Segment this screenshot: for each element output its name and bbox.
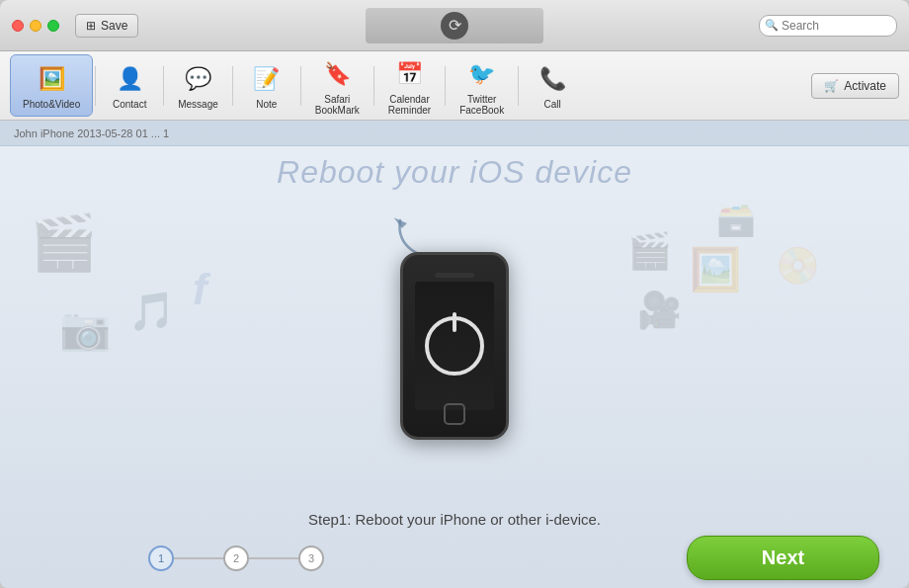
close-button[interactable]	[12, 20, 24, 32]
tab-divider-3	[232, 66, 233, 106]
tab-photo-video-label: Photo&Video	[23, 99, 80, 110]
tab-calendar-reminder-label: Calendar Reminder	[388, 94, 431, 116]
tab-note[interactable]: 📝 Note	[235, 55, 298, 116]
tab-contact-label: Contact	[113, 99, 146, 110]
tab-note-label: Note	[256, 99, 277, 110]
tab-safari-bookmark-label: Safari BookMark	[315, 94, 360, 116]
calendar-reminder-icon: 📅	[391, 56, 427, 92]
breadcrumb-text: John iPhone 2013-05-28 01 ... 1	[14, 127, 169, 139]
phone-area: 🎬 🎵 📷 f 🎬 🗃️ 🖼️ 📀 🎥	[0, 191, 909, 501]
safari-bookmark-icon: 🔖	[319, 56, 355, 92]
step-instruction: Step1: Reboot your iPhone or other i-dev…	[308, 511, 601, 528]
next-button[interactable]: Next	[687, 536, 879, 580]
maximize-button[interactable]	[47, 20, 59, 32]
music-bg-icon: 🎵	[128, 290, 175, 333]
save-button[interactable]: ⊞ Save	[75, 14, 138, 38]
save-label: Save	[101, 19, 127, 33]
power-icon	[425, 316, 484, 376]
message-icon: 💬	[180, 61, 215, 97]
tab-divider-6	[445, 66, 446, 106]
toolbar-tabs: 🖼️ Photo&Video 👤 Contact 💬 Message 📝 Not…	[10, 50, 584, 122]
phone-home-button	[444, 403, 465, 425]
facebook-bg-icon: f	[193, 265, 207, 314]
note-icon: 📝	[249, 61, 285, 97]
titlebar: ⊞ Save ⟳ 🔍	[0, 0, 909, 51]
tab-divider-2	[163, 66, 164, 106]
main-content: John iPhone 2013-05-28 01 ... 1 Reboot y…	[0, 121, 909, 588]
photo-video-icon: 🖼️	[34, 61, 69, 97]
step-3-circle: 3	[298, 546, 324, 571]
tab-photo-video[interactable]: 🖼️ Photo&Video	[10, 54, 93, 117]
toolbar: 🖼️ Photo&Video 👤 Contact 💬 Message 📝 Not…	[0, 51, 909, 121]
search-input[interactable]	[759, 15, 897, 37]
activate-icon: 🛒	[824, 79, 839, 93]
app-logo: ⟳	[366, 8, 543, 43]
phone-speaker	[435, 273, 474, 278]
step-line-2	[249, 557, 298, 559]
tab-message[interactable]: 💬 Message	[166, 55, 230, 116]
search-wrapper: 🔍	[759, 15, 897, 37]
jpeg-bg-icon: 🗃️	[716, 201, 756, 238]
contact-icon: 👤	[112, 61, 147, 97]
photo-bg-icon: 📷	[59, 304, 111, 353]
tab-call-label: Call	[544, 99, 561, 110]
tab-twitter-facebook-label: Twitter FaceBook	[459, 94, 504, 116]
phone-device	[400, 252, 509, 440]
tab-message-label: Message	[178, 99, 218, 110]
tab-contact[interactable]: 👤 Contact	[98, 55, 161, 116]
tab-divider-1	[95, 66, 96, 106]
twitter-facebook-icon: 🐦	[464, 56, 500, 92]
tab-call[interactable]: 📞 Call	[521, 55, 584, 116]
phone-screen	[415, 282, 494, 410]
save-icon: ⊞	[86, 19, 96, 33]
mov2-bg-icon: 🎥	[637, 290, 682, 331]
tab-divider-5	[373, 66, 374, 106]
traffic-lights	[12, 20, 59, 32]
titlebar-center: ⟳	[366, 8, 543, 43]
activate-button[interactable]: 🛒 Activate	[811, 73, 899, 99]
tab-divider-7	[518, 66, 519, 106]
titlebar-left: ⊞ Save	[12, 14, 138, 38]
tab-twitter-facebook[interactable]: 🐦 Twitter FaceBook	[448, 50, 516, 122]
film-bg-icon: 🎬	[30, 210, 98, 275]
search-icon: 🔍	[765, 19, 779, 32]
logo-icon: ⟳	[441, 12, 468, 40]
minimize-button[interactable]	[30, 20, 41, 32]
breadcrumb: John iPhone 2013-05-28 01 ... 1	[0, 121, 909, 146]
page-title: Reboot your iOS device	[277, 154, 632, 191]
step-1-circle: 1	[148, 546, 174, 571]
activate-label: Activate	[844, 79, 886, 93]
titlebar-right: 🔍	[759, 15, 897, 37]
tab-divider-4	[300, 66, 301, 106]
progress-steps: 1 2 3	[148, 546, 324, 571]
bottom-bar: 1 2 3 Next	[0, 528, 909, 588]
tab-safari-bookmark[interactable]: 🔖 Safari BookMark	[303, 50, 372, 122]
call-icon: 📞	[535, 61, 570, 97]
wmv-bg-icon: 📀	[776, 245, 820, 287]
step-2-circle: 2	[223, 546, 249, 571]
mov-bg-icon: 🎬	[627, 230, 672, 272]
tab-calendar-reminder[interactable]: 📅 Calendar Reminder	[376, 50, 443, 122]
photo2-bg-icon: 🖼️	[690, 245, 741, 294]
step-line-1	[174, 557, 223, 559]
